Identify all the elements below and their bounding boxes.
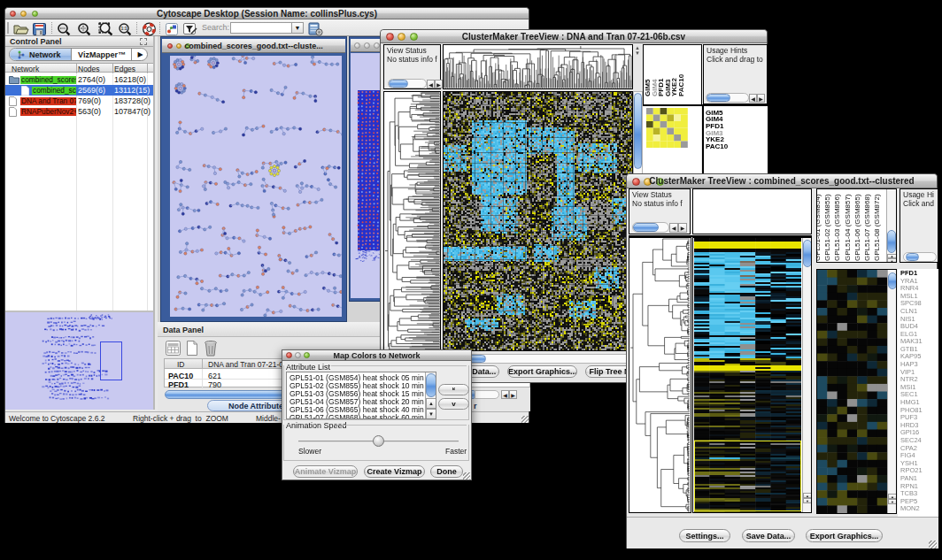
svg-text:1:1: 1:1	[120, 26, 127, 31]
